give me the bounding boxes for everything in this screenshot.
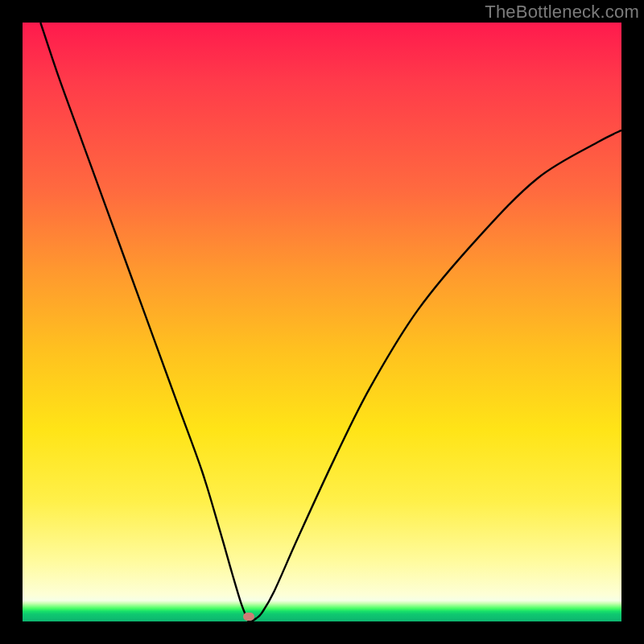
bottleneck-curve (40, 23, 621, 621)
chart-frame: TheBottleneck.com (0, 0, 644, 644)
plot-area (23, 23, 621, 621)
bottleneck-curve-svg (23, 23, 621, 621)
watermark-text: TheBottleneck.com (485, 2, 639, 23)
optimal-point-marker (243, 613, 254, 621)
